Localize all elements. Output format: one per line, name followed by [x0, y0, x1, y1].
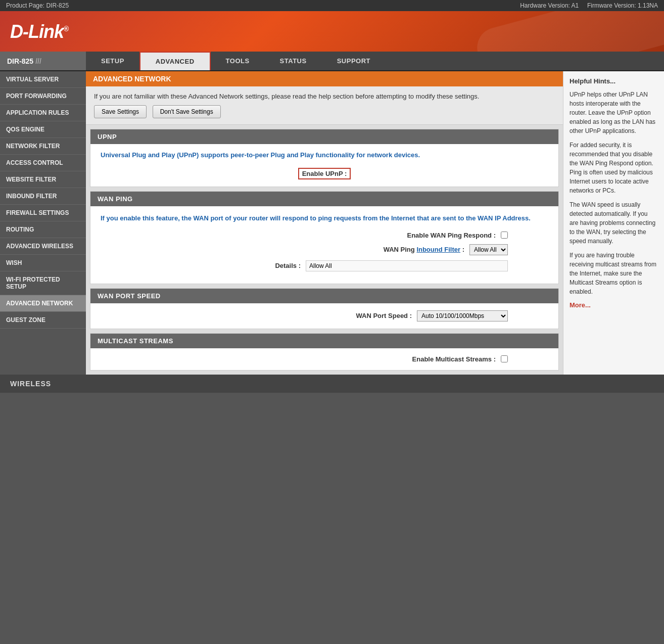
- upnp-panel-body: Universal Plug and Play (UPnP) supports …: [90, 144, 558, 187]
- multicast-checkbox[interactable]: [501, 355, 508, 362]
- tab-advanced[interactable]: ADVANCED: [139, 52, 211, 70]
- sidebar-item-firewall-settings[interactable]: FIREWALL SETTINGS: [0, 205, 86, 221]
- sidebar-item-advanced-wireless[interactable]: ADVANCED WIRELESS: [0, 238, 86, 255]
- info-box: If you are not familiar with these Advan…: [86, 86, 563, 125]
- sidebar-item-advanced-network[interactable]: ADVANCED NETWORK: [0, 295, 86, 312]
- tab-support[interactable]: SUPPORT: [322, 52, 386, 70]
- sidebar-item-website-filter[interactable]: WEBSITE FILTER: [0, 171, 86, 188]
- sidebar-item-virtual-server[interactable]: VIRTUAL SERVER: [0, 71, 86, 88]
- save-settings-button[interactable]: Save Settings: [94, 105, 147, 118]
- wan-port-speed-header: WAN PORT SPEED: [90, 289, 558, 303]
- nav-model: DIR-825 ///: [0, 52, 86, 70]
- sidebar-item-qos-engine[interactable]: QOS ENGINE: [0, 121, 86, 138]
- multicast-panel: MULTICAST STREAMS Enable Multicast Strea…: [90, 333, 559, 371]
- helpful-title: Helpful Hints...: [570, 77, 658, 85]
- sidebar-item-routing[interactable]: ROUTING: [0, 221, 86, 238]
- helpful-text-2: The WAN speed is usually detected automa…: [570, 200, 658, 246]
- dlink-logo: D-Link®: [10, 21, 68, 42]
- info-text: If you are not familiar with these Advan…: [94, 93, 555, 100]
- sidebar-item-access-control[interactable]: ACCESS CONTROL: [0, 155, 86, 171]
- sidebar-item-wifi-protected[interactable]: WI-FI PROTECTED SETUP: [0, 271, 86, 295]
- helpful-text-1: For added security, it is recommended th…: [570, 141, 658, 195]
- product-label: Product Page: DIR-825: [6, 2, 69, 9]
- wan-speed-select[interactable]: Auto 10/100/1000Mbps: [417, 310, 508, 321]
- footer-label: WIRELESS: [10, 380, 51, 388]
- sidebar-item-application-rules[interactable]: APPLICATION RULES: [0, 105, 86, 121]
- nav-tabs: DIR-825 /// SETUP ADVANCED TOOLS STATUS …: [0, 52, 664, 71]
- inbound-filter-link[interactable]: Inbound Filter: [416, 246, 460, 253]
- upnp-enable-row: Enable UPnP :: [101, 168, 548, 179]
- tab-setup[interactable]: SETUP: [86, 52, 139, 70]
- hw-fw-label: Hardware Version: A1 Firmware Version: 1…: [520, 2, 658, 9]
- wan-ping-filter-select[interactable]: Allow All: [469, 244, 508, 255]
- wan-ping-respond-label: Enable WAN Ping Respond :: [395, 232, 496, 239]
- sidebar-item-port-forwarding[interactable]: PORT FORWARDING: [0, 88, 86, 105]
- wan-ping-section-header: WAN PING: [90, 192, 558, 206]
- more-link[interactable]: More...: [570, 301, 591, 309]
- multicast-section-header: MULTICAST STREAMS: [90, 334, 558, 348]
- wan-speed-label: WAN Port Speed :: [311, 312, 412, 319]
- multicast-row: Enable Multicast Streams :: [101, 355, 548, 363]
- sidebar-item-inbound-filter[interactable]: INBOUND FILTER: [0, 188, 86, 205]
- wan-port-speed-body: WAN Port Speed : Auto 10/100/1000Mbps: [90, 303, 558, 329]
- upnp-section-header: UPNP: [90, 129, 558, 144]
- helpful-text-3: If you are having trouble receiving mult…: [570, 251, 658, 296]
- content-area: ADVANCED NETWORK If you are not familiar…: [86, 71, 563, 375]
- sidebar-item-guest-zone[interactable]: GUEST ZONE: [0, 312, 86, 329]
- tab-status[interactable]: STATUS: [265, 52, 322, 70]
- wan-ping-details-row: Details :: [101, 260, 548, 271]
- sidebar: VIRTUAL SERVER PORT FORWARDING APPLICATI…: [0, 71, 86, 375]
- page-title: ADVANCED NETWORK: [86, 71, 563, 86]
- wan-ping-details-input[interactable]: [306, 260, 508, 271]
- wan-ping-description: If you enable this feature, the WAN port…: [101, 213, 548, 223]
- sidebar-item-network-filter[interactable]: NETWORK FILTER: [0, 138, 86, 155]
- wan-ping-filter-row: WAN Ping Inbound Filter : Allow All: [101, 244, 548, 255]
- wan-ping-details-label: Details :: [200, 262, 301, 269]
- dont-save-settings-button[interactable]: Don't Save Settings: [153, 105, 221, 118]
- helpful-text-0: UPnP helps other UPnP LAN hosts interope…: [570, 90, 658, 135]
- wan-port-speed-panel: WAN PORT SPEED WAN Port Speed : Auto 10/…: [90, 288, 559, 329]
- sidebar-item-wish[interactable]: WISH: [0, 255, 86, 271]
- wan-ping-respond-row: Enable WAN Ping Respond :: [101, 232, 548, 239]
- wan-ping-filter-label: WAN Ping Inbound Filter :: [363, 246, 464, 253]
- upnp-panel: UPNP Universal Plug and Play (UPnP) supp…: [90, 129, 559, 187]
- tab-tools[interactable]: TOOLS: [211, 52, 265, 70]
- upnp-description: Universal Plug and Play (UPnP) supports …: [101, 151, 548, 159]
- main-layout: VIRTUAL SERVER PORT FORWARDING APPLICATI…: [0, 71, 664, 375]
- header: D-Link®: [0, 11, 664, 52]
- top-bar: Product Page: DIR-825 Hardware Version: …: [0, 0, 664, 11]
- wan-ping-panel-body: If you enable this feature, the WAN port…: [90, 206, 558, 284]
- multicast-panel-body: Enable Multicast Streams :: [90, 348, 558, 370]
- footer: WIRELESS: [0, 375, 664, 393]
- upnp-enable-label: Enable UPnP :: [298, 168, 351, 179]
- wan-speed-row: WAN Port Speed : Auto 10/100/1000Mbps: [101, 310, 548, 321]
- right-panel: Helpful Hints... UPnP helps other UPnP L…: [563, 71, 664, 375]
- wan-ping-respond-checkbox[interactable]: [501, 232, 508, 239]
- wan-ping-panel: WAN PING If you enable this feature, the…: [90, 191, 559, 284]
- multicast-label: Enable Multicast Streams :: [395, 355, 496, 363]
